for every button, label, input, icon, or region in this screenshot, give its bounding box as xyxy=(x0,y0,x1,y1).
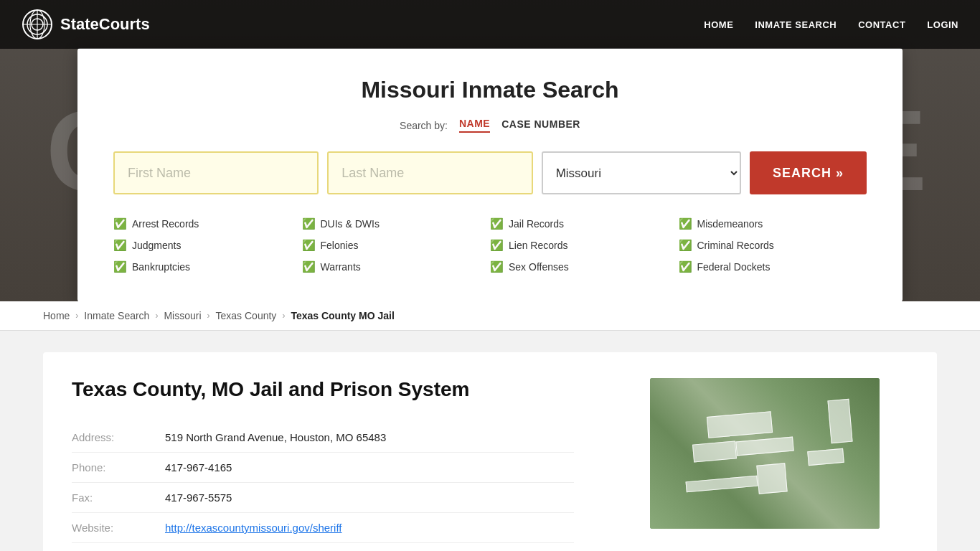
search-by-label: Search by: xyxy=(400,120,448,131)
check-label-2: Jail Records xyxy=(509,218,564,230)
check-felonies: ✅ Felonies xyxy=(302,236,491,255)
check-arrest-records: ✅ Arrest Records xyxy=(113,215,302,233)
check-icon-1: ✅ xyxy=(302,217,316,230)
check-label-7: Criminal Records xyxy=(697,240,774,251)
value-address: 519 North Grand Avenue, Houston, MO 6548… xyxy=(151,423,574,453)
breadcrumb-sep-2: › xyxy=(207,311,210,321)
check-icon-4: ✅ xyxy=(113,239,127,252)
check-label-10: Sex Offenses xyxy=(509,261,569,273)
check-criminal-records: ✅ Criminal Records xyxy=(679,236,867,255)
nav-inmate-search[interactable]: INMATE SEARCH xyxy=(755,19,837,30)
check-icon-11: ✅ xyxy=(679,260,692,273)
check-icon-5: ✅ xyxy=(302,239,316,252)
info-row-website: Website: http://texascountymissouri.gov/… xyxy=(72,513,574,543)
value-phone: 417-967-4165 xyxy=(151,453,574,483)
check-icon-7: ✅ xyxy=(679,239,692,252)
info-row-fax: Fax: 417-967-5575 xyxy=(72,483,574,513)
check-jail-records: ✅ Jail Records xyxy=(490,215,679,233)
check-icon-0: ✅ xyxy=(113,217,127,230)
breadcrumb-missouri[interactable]: Missouri xyxy=(164,310,201,321)
value-facebook[interactable]: https://www.facebook.com/texascountymosh… xyxy=(151,543,574,552)
nav-contact[interactable]: CONTACT xyxy=(858,19,905,30)
nav-home[interactable]: HOME xyxy=(704,19,733,30)
check-judgments: ✅ Judgments xyxy=(113,236,302,255)
breadcrumb-sep-3: › xyxy=(282,311,285,321)
check-label-1: DUIs & DWIs xyxy=(321,218,380,230)
label-fax: Fax: xyxy=(72,483,151,513)
tab-case-number[interactable]: CASE NUMBER xyxy=(501,118,580,132)
info-table: Address: 519 North Grand Avenue, Houston… xyxy=(72,423,574,551)
check-label-5: Felonies xyxy=(321,240,359,251)
check-duis: ✅ DUIs & DWIs xyxy=(302,215,491,233)
logo-text: StateCourts xyxy=(60,15,150,34)
label-phone: Phone: xyxy=(72,453,151,483)
value-fax: 417-967-5575 xyxy=(151,483,574,513)
label-address: Address: xyxy=(72,423,151,453)
check-icon-8: ✅ xyxy=(113,260,127,273)
label-facebook: Facebook: xyxy=(72,543,151,552)
checklist: ✅ Arrest Records ✅ DUIs & DWIs ✅ Jail Re… xyxy=(113,215,867,276)
tab-name[interactable]: NAME xyxy=(459,118,490,133)
state-select[interactable]: Missouri xyxy=(542,151,741,194)
check-federal-dockets: ✅ Federal Dockets xyxy=(679,258,867,276)
check-icon-3: ✅ xyxy=(679,217,692,230)
value-website[interactable]: http://texascountymissouri.gov/sheriff xyxy=(151,513,574,543)
info-row-address: Address: 519 North Grand Avenue, Houston… xyxy=(72,423,574,453)
check-label-3: Misdemeanors xyxy=(697,218,763,230)
breadcrumb-texas-county[interactable]: Texas County xyxy=(216,310,277,321)
main-content: Texas County, MO Jail and Prison System … xyxy=(0,331,980,551)
check-sex-offenses: ✅ Sex Offenses xyxy=(490,258,679,276)
last-name-input[interactable] xyxy=(327,151,532,194)
search-card-title: Missouri Inmate Search xyxy=(113,77,867,103)
breadcrumb-current: Texas County MO Jail xyxy=(291,310,394,321)
main-nav: HOME INMATE SEARCH CONTACT LOGIN xyxy=(704,19,958,30)
check-icon-2: ✅ xyxy=(490,217,504,230)
check-icon-10: ✅ xyxy=(490,260,504,273)
breadcrumb-sep-1: › xyxy=(155,311,158,321)
check-label-0: Arrest Records xyxy=(132,218,199,230)
breadcrumb-inmate-search[interactable]: Inmate Search xyxy=(84,310,149,321)
breadcrumb: Home › Inmate Search › Missouri › Texas … xyxy=(0,301,980,331)
check-label-11: Federal Dockets xyxy=(697,261,771,273)
breadcrumb-sep-0: › xyxy=(75,311,78,321)
search-button[interactable]: SEARCH » xyxy=(750,151,867,194)
first-name-input[interactable] xyxy=(113,151,319,194)
check-misdemeanors: ✅ Misdemeanors xyxy=(679,215,867,233)
search-inputs-row: Missouri SEARCH » xyxy=(113,151,867,194)
header: StateCourts HOME INMATE SEARCH CONTACT L… xyxy=(0,0,980,49)
website-link[interactable]: http://texascountymissouri.gov/sheriff xyxy=(165,522,342,534)
nav-login[interactable]: LOGIN xyxy=(927,19,958,30)
jail-image-inner xyxy=(650,378,880,529)
breadcrumb-home[interactable]: Home xyxy=(43,310,70,321)
logo-icon xyxy=(22,9,53,40)
search-by-row: Search by: NAME CASE NUMBER xyxy=(113,118,867,133)
logo-area[interactable]: StateCourts xyxy=(22,9,150,40)
content-inner: Texas County, MO Jail and Prison System … xyxy=(72,378,908,551)
jail-image xyxy=(650,378,880,529)
content-card: Texas County, MO Jail and Prison System … xyxy=(43,352,937,551)
check-bankruptcies: ✅ Bankruptcies xyxy=(113,258,302,276)
check-label-8: Bankruptcies xyxy=(132,261,190,273)
check-label-9: Warrants xyxy=(321,261,361,273)
check-label-4: Judgments xyxy=(132,240,181,251)
check-warrants: ✅ Warrants xyxy=(302,258,491,276)
search-card: Missouri Inmate Search Search by: NAME C… xyxy=(77,48,903,301)
check-icon-6: ✅ xyxy=(490,239,504,252)
info-row-phone: Phone: 417-967-4165 xyxy=(72,453,574,483)
check-icon-9: ✅ xyxy=(302,260,316,273)
label-website: Website: xyxy=(72,513,151,543)
check-label-6: Lien Records xyxy=(509,240,568,251)
check-lien-records: ✅ Lien Records xyxy=(490,236,679,255)
info-row-facebook: Facebook: https://www.facebook.com/texas… xyxy=(72,543,574,552)
